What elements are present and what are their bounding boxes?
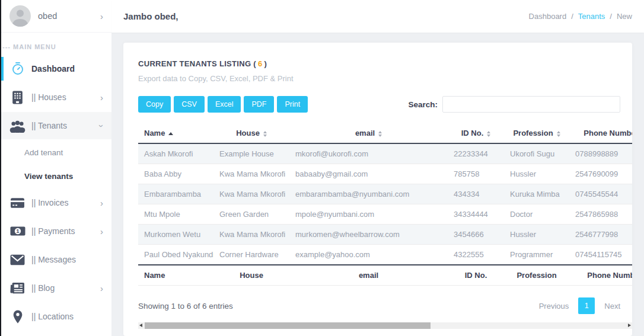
chevron-right-icon: ›	[100, 284, 103, 293]
table-cell: 2547865988	[569, 204, 632, 225]
sidebar: obed › --- MAIN MENU Dashboard || Houses…	[0, 0, 111, 336]
sort-icon	[263, 131, 267, 137]
search-input[interactable]	[442, 96, 620, 113]
sidebar-item-payments[interactable]: 1 || Payments ›	[1, 217, 111, 245]
current-page-button[interactable]: 1	[578, 297, 595, 314]
table-cell: 2547690099	[569, 164, 632, 184]
table-scroll-region: NameHouseemailID No.ProfessionPhone Numb…	[138, 123, 632, 286]
tenants-table: NameHouseemailID No.ProfessionPhone Numb…	[138, 123, 632, 286]
user-name: obed	[38, 11, 93, 21]
sidebar-item-label: || Messages	[31, 255, 76, 264]
column-header-email[interactable]: email	[289, 123, 448, 143]
chevron-right-icon: ›	[100, 93, 103, 102]
sort-icon	[487, 131, 490, 137]
newspaper-icon	[9, 282, 25, 295]
users-icon	[9, 119, 25, 133]
paren-close: )	[264, 59, 267, 68]
print-button[interactable]: Print	[277, 96, 308, 113]
copy-button[interactable]: Copy	[138, 96, 171, 113]
tenant-count: 6	[258, 59, 263, 68]
column-header-house[interactable]: House	[213, 123, 289, 143]
table-cell: Doctor	[504, 204, 569, 225]
table-row[interactable]: Paul Obed NyakundiCorner Hardwareexample…	[138, 245, 632, 265]
table-footer: Showing 1 to 6 of 6 entries Previous 1 N…	[138, 297, 632, 314]
sort-ascending-icon	[168, 132, 173, 135]
sidebar-item-locations[interactable]: || Locations	[1, 303, 111, 330]
toolbar: Copy CSV Excel PDF Print Search:	[138, 96, 632, 113]
table-cell: 34334444	[448, 204, 504, 225]
column-header-profession[interactable]: Profession	[504, 123, 569, 143]
column-footer-name: Name	[138, 265, 213, 286]
sidebar-item-label: Dashboard	[31, 64, 75, 73]
table-cell: 434334	[448, 184, 504, 204]
column-header-phone-number[interactable]: Phone Number	[569, 123, 632, 143]
sidebar-item-blog[interactable]: || Blog ›	[1, 274, 111, 302]
table-cell: Example House	[213, 143, 289, 164]
export-hint: Export data to Copy, CSV, Excel, PDF & P…	[138, 74, 632, 83]
breadcrumb: Dashboard / Tenants / New	[529, 12, 632, 21]
table-cell: 3454666	[448, 225, 504, 245]
tenants-card: CURRENT TENANTS LISTING (6) Export data …	[123, 43, 632, 336]
sidebar-subitem-add-tenant[interactable]: Add tenant	[1, 140, 111, 164]
breadcrumb-new[interactable]: New	[617, 12, 632, 21]
main-area: Jambo obed, Dashboard / Tenants / New CU…	[111, 0, 644, 336]
column-header-name[interactable]: Name	[138, 123, 213, 143]
sidebar-item-messages[interactable]: || Messages	[1, 246, 111, 273]
greeting-text: Jambo obed,	[123, 11, 178, 21]
sidebar-subitem-label: View tenants	[24, 172, 73, 181]
scrollbar-thumb[interactable]	[145, 322, 431, 329]
csv-button[interactable]: CSV	[174, 96, 205, 113]
scroll-right-arrow-icon[interactable]	[628, 324, 631, 327]
column-footer-id-no-: ID No.	[448, 265, 504, 286]
excel-button[interactable]: Excel	[208, 96, 241, 113]
table-cell: Paul Obed Nyakundi	[138, 245, 213, 265]
pdf-button[interactable]: PDF	[244, 96, 274, 113]
user-profile[interactable]: obed ›	[1, 0, 111, 33]
table-cell: 0745545544	[569, 184, 632, 204]
sidebar-item-dashboard[interactable]: Dashboard	[1, 55, 111, 82]
column-footer-phone-number: Phone Number	[569, 265, 632, 286]
column-header-id-no-[interactable]: ID No.	[448, 123, 504, 143]
column-footer-email: email	[289, 265, 448, 286]
sidebar-item-label: || Locations	[31, 312, 74, 321]
entries-summary: Showing 1 to 6 of 6 entries	[138, 302, 233, 311]
table-cell: mkorofi@ukorofi.com	[289, 143, 448, 164]
listing-title-text: CURRENT TENANTS LISTING	[138, 59, 251, 68]
table-cell: Baba Abby	[138, 164, 213, 184]
sidebar-nav: Dashboard || Houses › || Tenants › Add t…	[1, 55, 111, 330]
table-cell: 785758	[448, 164, 504, 184]
chevron-right-icon: ›	[100, 12, 103, 21]
envelope-icon	[9, 254, 25, 265]
sort-icon	[378, 131, 382, 137]
pagination: Previous 1 Next	[539, 297, 620, 314]
table-row[interactable]: EmbarambambaKwa Mama Mkorofiembarambamba…	[138, 184, 632, 204]
sidebar-item-label: || Payments	[31, 226, 75, 236]
main-menu-label: --- MAIN MENU	[1, 43, 111, 50]
table-row[interactable]: Murkomen WetuKwa Mama Mkorofimurkomen@wh…	[138, 225, 632, 245]
sidebar-subitem-view-tenants[interactable]: View tenants	[1, 164, 111, 188]
table-cell: Kuruka Mimba	[504, 184, 569, 204]
table-row[interactable]: Mtu MpoleGreen Gardenmpole@nyumbani.com3…	[138, 204, 632, 225]
table-row[interactable]: Baba AbbyKwa Mama Mkorofibabaaby@gmail.c…	[138, 164, 632, 184]
scroll-left-arrow-icon[interactable]	[139, 324, 142, 327]
breadcrumb-tenants[interactable]: Tenants	[578, 12, 605, 21]
table-cell: Kwa Mama Mkorofi	[213, 164, 289, 184]
previous-page-button[interactable]: Previous	[539, 302, 569, 311]
table-cell: Kwa Mama Mkorofi	[213, 184, 289, 204]
sidebar-subitem-label: Add tenant	[24, 148, 63, 157]
sidebar-item-invoices[interactable]: || Invoices ›	[1, 189, 111, 216]
table-cell: 4322555	[448, 245, 504, 265]
map-pin-icon	[9, 309, 25, 324]
breadcrumb-dashboard[interactable]: Dashboard	[529, 12, 567, 21]
sidebar-item-houses[interactable]: || Houses ›	[1, 84, 111, 111]
table-cell: Green Garden	[213, 204, 289, 225]
sidebar-item-label: || Blog	[31, 283, 55, 293]
next-page-button[interactable]: Next	[604, 302, 620, 311]
sidebar-item-tenants[interactable]: || Tenants ›	[1, 112, 111, 139]
breadcrumb-separator: /	[610, 12, 612, 21]
table-cell: Corner Hardware	[213, 245, 289, 265]
breadcrumb-separator: /	[571, 12, 573, 21]
table-row[interactable]: Askah MkorofiExample Housemkorofi@ukorof…	[138, 143, 632, 164]
table-cell: Ukorofi Sugu	[504, 143, 569, 164]
horizontal-scrollbar[interactable]	[138, 322, 632, 329]
